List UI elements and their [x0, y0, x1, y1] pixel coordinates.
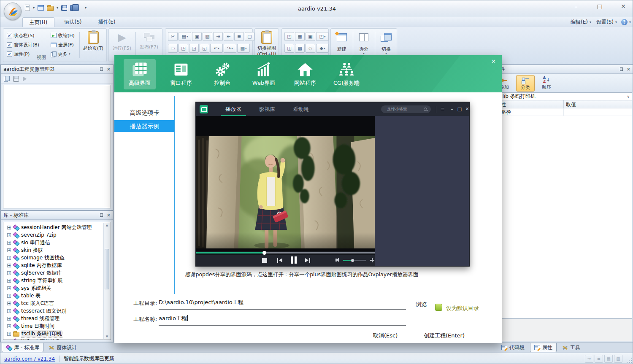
tab-form-designer[interactable]: 窗体设计	[45, 343, 81, 352]
redo-button[interactable]: ↷▾	[224, 44, 236, 53]
tree-item-sio[interactable]: +sio 串口通信	[3, 239, 111, 246]
expand-icon[interactable]: +	[7, 226, 11, 229]
goto-prev-button[interactable]: ◲	[189, 44, 199, 53]
maximize-button[interactable]: □	[594, 3, 606, 10]
tab-library[interactable]: 库 - 标准库	[2, 343, 43, 352]
app-logo-icon[interactable]	[4, 3, 22, 20]
copy-button[interactable]: ▤▾	[179, 32, 191, 41]
tab-code-snippets[interactable]: 代码段	[498, 343, 528, 352]
expand-icon[interactable]: +	[7, 340, 11, 340]
grid-button[interactable]: ▦	[295, 32, 305, 41]
tree-item-tesseract[interactable]: +tesseract 图文识别	[3, 307, 111, 315]
pin-icon[interactable]	[99, 67, 103, 72]
settings-menu[interactable]: 设置(S)	[596, 19, 614, 26]
panel-close-icon[interactable]: ✕	[107, 67, 111, 72]
tab-tools[interactable]: 工具	[558, 343, 584, 352]
undo-button[interactable]: ↶▾	[210, 44, 223, 53]
expand-icon[interactable]: +	[7, 302, 11, 305]
ruler-button[interactable]: ▩	[295, 44, 305, 53]
pin-icon[interactable]	[619, 67, 623, 72]
search-icon[interactable]	[424, 108, 427, 111]
cut-button[interactable]: ✂	[168, 32, 178, 41]
player-close-icon[interactable]: ✕	[464, 102, 471, 116]
resize-grip[interactable]	[626, 357, 632, 363]
default-dir-checkbox[interactable]	[435, 304, 442, 311]
stop-icon[interactable]	[262, 258, 267, 263]
expand-icon[interactable]: +	[7, 233, 11, 237]
tree-item-thread[interactable]: +thread 线程管理	[3, 315, 111, 322]
expand-icon[interactable]: +	[7, 324, 11, 328]
tree-item-skin[interactable]: +skin 换肤	[3, 246, 111, 254]
volume-icon[interactable]	[335, 259, 337, 262]
minimize-button[interactable]: –	[570, 3, 582, 10]
find-button[interactable]: ▩▾	[237, 44, 250, 53]
player-search-text[interactable]: 足球小将翼	[381, 107, 424, 112]
browse-button[interactable]: 浏览	[416, 301, 427, 308]
tree-item-time[interactable]: +time 日期时间	[3, 322, 111, 330]
expand-icon[interactable]: +	[7, 332, 11, 336]
player-menu-icon[interactable]: ≡	[439, 102, 446, 116]
snap-button[interactable]: ◫	[284, 44, 294, 53]
video-area[interactable]	[196, 116, 375, 251]
combo-chevron-icon[interactable]: ∨	[625, 94, 632, 99]
tree-item-soimage[interactable]: +soImage 找图找色	[3, 254, 111, 262]
tab-plugins[interactable]: 插件(E)	[92, 17, 122, 27]
formdesign-checkbox[interactable]: ✔	[7, 42, 12, 48]
comment-button[interactable]: ▭	[168, 44, 178, 53]
goto-icon[interactable]: →	[585, 355, 593, 363]
close-button[interactable]: ✕	[617, 3, 629, 10]
player-tab-anime[interactable]: 看动漫	[284, 102, 318, 116]
cancel-button[interactable]: 取消(Esc)	[373, 332, 398, 340]
category-window-app[interactable]: 窗口程序	[165, 59, 197, 89]
expand-icon[interactable]: +	[7, 264, 11, 267]
scrollbar-thumb[interactable]	[105, 249, 109, 289]
categorize-button[interactable]: 分类	[516, 75, 535, 92]
project-name-field[interactable]: aardio工程	[159, 315, 188, 322]
player-minimize-icon[interactable]: –	[449, 102, 455, 116]
tab-home[interactable]: 主页(H)	[22, 17, 54, 27]
help-icon[interactable]: ?	[621, 19, 628, 25]
volume-thumb[interactable]	[351, 259, 354, 262]
expand-icon[interactable]: +	[7, 248, 11, 252]
pin-tool-button[interactable]: ◆▾	[316, 44, 329, 53]
tree-item-sys[interactable]: +sys 系统相关	[3, 284, 111, 292]
expand-icon[interactable]: +	[7, 271, 11, 275]
progress-bar[interactable]	[196, 251, 375, 255]
tree-item-sevenzip[interactable]: +sevenZip 7zip	[3, 231, 111, 239]
category-website-app[interactable]: 网站程序	[289, 59, 321, 89]
list-icon[interactable]: ≡	[595, 355, 603, 363]
set-default-dir-label[interactable]: 设为默认目录	[446, 305, 479, 312]
panel-close-icon[interactable]: ✕	[627, 67, 630, 72]
next-icon[interactable]	[305, 258, 310, 263]
category-advanced-ui[interactable]: 高级界面	[124, 59, 156, 89]
template-advanced-tabs[interactable]: 高级选项卡	[114, 109, 175, 119]
indent-button[interactable]: ⇥	[213, 32, 223, 41]
formdesign-checkbox-row[interactable]: ✔ 窗体设计(B)	[7, 40, 39, 49]
fullscreen-button[interactable]: 全屏(F)	[51, 40, 75, 49]
format-button[interactable]: ▢	[245, 32, 254, 41]
save-project-icon[interactable]	[13, 76, 19, 82]
expand-icon[interactable]: +	[7, 241, 11, 245]
expand-icon[interactable]: +	[7, 309, 11, 313]
tree-item-tsclib[interactable]: +tsclib 条码打印机	[3, 330, 111, 337]
help-dropdown-icon[interactable]: ▾	[629, 20, 631, 24]
scroll-down-icon[interactable]: ▼	[104, 335, 110, 338]
progress-thumb[interactable]	[262, 251, 266, 255]
paste-button[interactable]: ▣	[192, 32, 202, 41]
expand-icon[interactable]: +	[7, 294, 11, 298]
tree-item-ttf2eot[interactable]: +ttf2eot 字体转换	[3, 337, 111, 340]
expand-icon[interactable]: +	[7, 279, 11, 283]
tree-scrollbar[interactable]: ▲ ▼	[103, 223, 110, 339]
scroll-up-icon[interactable]: ▲	[104, 224, 110, 227]
template-player-example[interactable]: 播放器示例	[114, 120, 175, 132]
player-search-box[interactable]: 足球小将翼	[381, 105, 431, 113]
player-tab-movies[interactable]: 影视库	[250, 102, 284, 116]
tree-item-sqlserver[interactable]: +sqlServer 数据库	[3, 269, 111, 277]
select-button[interactable]: ▧	[203, 32, 212, 41]
create-project-button[interactable]: 创建工程(Enter)	[424, 332, 465, 340]
new-project-icon[interactable]	[4, 76, 9, 81]
arrange-button[interactable]: ◳▾	[316, 32, 329, 41]
align-button[interactable]: ≡	[234, 32, 244, 41]
edit-menu-dropdown-icon[interactable]: ▾	[590, 20, 591, 24]
tree-item-sessionhandler[interactable]: +sessionHandler 网站会话管理	[3, 224, 111, 231]
